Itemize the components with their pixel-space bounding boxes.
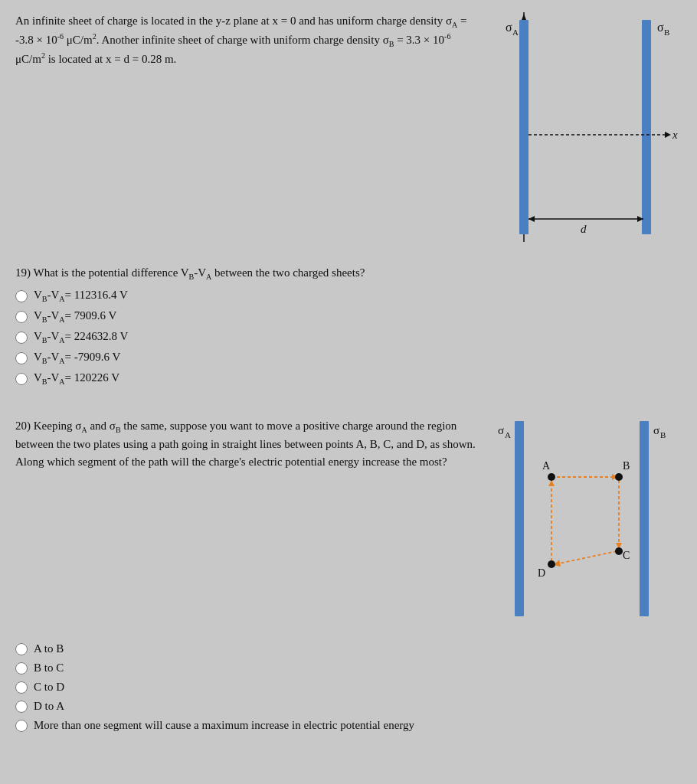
option-20a[interactable]: A to B bbox=[15, 642, 682, 655]
option-19b[interactable]: VB-VA= 7909.6 V bbox=[15, 309, 682, 324]
svg-text:B: B bbox=[660, 430, 666, 439]
svg-line-26 bbox=[555, 551, 617, 564]
svg-text:B: B bbox=[664, 28, 669, 37]
svg-text:D: D bbox=[538, 567, 545, 579]
svg-text:A: A bbox=[542, 460, 551, 472]
svg-point-34 bbox=[615, 547, 623, 555]
svg-point-36 bbox=[548, 560, 555, 568]
label-20e: More than one segment will cause a maxim… bbox=[34, 719, 414, 732]
page: An infinite sheet of charge is located i… bbox=[0, 0, 697, 760]
radio-19a[interactable] bbox=[15, 290, 28, 302]
svg-rect-0 bbox=[519, 20, 528, 234]
label-20b: B to C bbox=[34, 662, 64, 675]
svg-text:C: C bbox=[623, 550, 630, 561]
svg-text:A: A bbox=[505, 430, 511, 439]
option-20b[interactable]: B to C bbox=[15, 662, 682, 675]
top-diagram-svg: σ A σ B x d bbox=[490, 12, 682, 250]
radio-19e[interactable] bbox=[15, 373, 28, 385]
question-19-title: 19) What is the potential difference VB-… bbox=[15, 266, 682, 281]
label-19e: VB-VA= 120226 V bbox=[34, 371, 119, 386]
question-20-section: 20) Keeping σA and σB the same, suppose … bbox=[15, 417, 682, 632]
option-19c[interactable]: VB-VA= 224632.8 V bbox=[15, 330, 682, 345]
option-20d[interactable]: D to A bbox=[15, 700, 682, 713]
radio-19c[interactable] bbox=[15, 332, 28, 344]
svg-marker-3 bbox=[522, 14, 526, 20]
svg-text:B: B bbox=[623, 460, 630, 472]
problem-statement: An infinite sheet of charge is located i… bbox=[15, 12, 483, 253]
svg-marker-10 bbox=[665, 132, 671, 138]
svg-text:A: A bbox=[512, 28, 519, 37]
svg-marker-29 bbox=[548, 480, 555, 486]
radio-19b[interactable] bbox=[15, 311, 28, 323]
question-19-block: 19) What is the potential difference VB-… bbox=[15, 266, 682, 392]
svg-text:σ: σ bbox=[506, 21, 512, 34]
radio-20c[interactable] bbox=[15, 681, 28, 694]
svg-text:x: x bbox=[672, 129, 678, 141]
label-20c: C to D bbox=[34, 681, 64, 694]
svg-text:σ: σ bbox=[653, 424, 659, 436]
radio-20e[interactable] bbox=[15, 720, 28, 732]
label-19c: VB-VA= 224632.8 V bbox=[34, 330, 128, 345]
svg-marker-13 bbox=[528, 216, 535, 222]
svg-rect-17 bbox=[640, 421, 649, 616]
top-diagram: σ A σ B x d bbox=[490, 12, 682, 253]
svg-point-30 bbox=[548, 473, 555, 481]
svg-text:d: d bbox=[581, 223, 587, 235]
question-20-text: 20) Keeping σA and σB the same, suppose … bbox=[15, 417, 483, 632]
svg-point-32 bbox=[615, 473, 623, 481]
svg-rect-16 bbox=[515, 421, 524, 616]
option-19a[interactable]: VB-VA= 112316.4 V bbox=[15, 289, 682, 303]
svg-text:σ: σ bbox=[657, 21, 664, 34]
option-19e[interactable]: VB-VA= 120226 V bbox=[15, 371, 682, 386]
svg-rect-1 bbox=[642, 20, 651, 234]
label-19a: VB-VA= 112316.4 V bbox=[34, 289, 128, 303]
svg-text:σ: σ bbox=[498, 424, 504, 436]
radio-20b[interactable] bbox=[15, 662, 28, 675]
label-19b: VB-VA= 7909.6 V bbox=[34, 309, 116, 324]
label-20d: D to A bbox=[34, 700, 64, 713]
option-20e[interactable]: More than one segment will cause a maxim… bbox=[15, 719, 682, 732]
label-19d: VB-VA= -7909.6 V bbox=[34, 351, 120, 365]
question-20-options: A to B B to C C to D D to A More than on… bbox=[15, 642, 682, 738]
divider bbox=[15, 409, 682, 410]
radio-20a[interactable] bbox=[15, 643, 28, 655]
bottom-diagram: σ A σ B bbox=[490, 417, 682, 632]
radio-20d[interactable] bbox=[15, 701, 28, 713]
option-20c[interactable]: C to D bbox=[15, 681, 682, 694]
bottom-diagram-svg: σ A σ B bbox=[490, 417, 682, 624]
label-20a: A to B bbox=[34, 642, 64, 655]
option-19d[interactable]: VB-VA= -7909.6 V bbox=[15, 351, 682, 365]
top-section: An infinite sheet of charge is located i… bbox=[15, 12, 682, 253]
radio-19d[interactable] bbox=[15, 352, 28, 364]
